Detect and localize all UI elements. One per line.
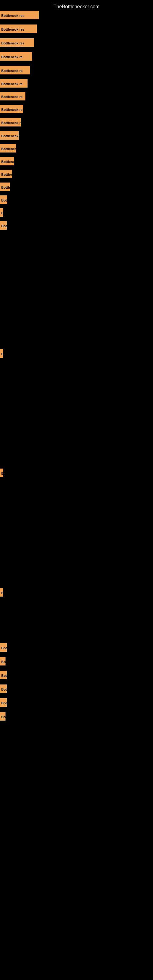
bar-item: Bott [0, 221, 7, 230]
bar-item: Bottleneck re [0, 118, 21, 126]
bar-item: Bo [0, 712, 5, 721]
bar-item: Bo [0, 657, 5, 665]
bar-item: Bottleneck re [0, 105, 23, 113]
bar-item: B [0, 349, 3, 358]
site-title: TheBottlenecker.com [0, 2, 153, 12]
bar-item: Bottleneck [0, 157, 14, 165]
bar-item: Bottleneck re [0, 79, 27, 88]
bar-item: Bottle [0, 196, 7, 204]
bar-item: Bottleneck [0, 183, 10, 191]
bar-item: Bottleneck res [0, 24, 37, 33]
bar-item: Bottleneck re [0, 52, 32, 60]
bar-item: Bot [0, 643, 7, 652]
bar-item: B [0, 208, 3, 217]
bar-item: Bottleneck re [0, 92, 26, 100]
bar-item: Bott [0, 684, 7, 693]
bar-item: Bottleneck re [0, 66, 30, 75]
bar-item: Bottleneck res [0, 38, 34, 47]
bar-item: Bottleneck [0, 170, 12, 178]
bar-item: B [0, 588, 3, 597]
bar-item: Bott [0, 698, 7, 707]
bar-item: Bottleneck res [0, 11, 39, 19]
bar-item: B [0, 469, 3, 477]
bar-item: Bottleneck ro [0, 131, 19, 140]
bar-item: Bot [0, 671, 7, 679]
bar-item: Bottleneck r [0, 144, 16, 153]
